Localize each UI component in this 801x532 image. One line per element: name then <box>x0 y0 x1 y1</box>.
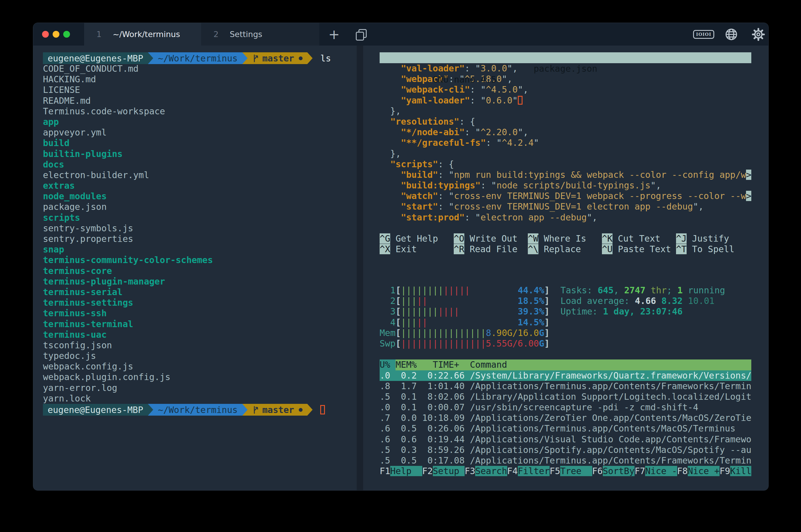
git-branch-name: master <box>262 53 294 63</box>
tab-title: ~/Work/terminus <box>113 30 180 39</box>
file-entry: README.md <box>43 96 355 106</box>
directory-entry: extras <box>43 180 355 191</box>
nano-line: "webpack-cli": "^4.5.0", <box>379 84 751 95</box>
close-button[interactable] <box>42 31 49 38</box>
directory-entry: node_modules <box>43 191 355 202</box>
powerline-arrow-icon <box>307 52 313 64</box>
shortcut-label: Cut Text <box>613 233 660 244</box>
git-branch-icon <box>252 54 259 63</box>
fkey-label: Nice + <box>688 466 720 476</box>
nano-line: "**/graceful-fs": "^4.2.4" <box>379 137 751 148</box>
file-entry: yarn.lock <box>43 393 355 404</box>
settings-gear-icon[interactable] <box>749 23 767 45</box>
line-continues-icon: > <box>746 191 751 201</box>
directory-entry: terminus-terminal <box>43 319 355 329</box>
directory-entry: terminus-settings <box>43 298 355 308</box>
nano-shortcut-row: ^G Get Help^O Write Out^W Where Is^K Cut… <box>379 233 751 244</box>
shortcut-label: Exit <box>390 244 417 254</box>
prompt-git-branch: master <box>247 52 307 64</box>
tab-settings[interactable]: 2 Settings <box>201 23 319 45</box>
directory-entry: docs <box>43 159 355 170</box>
shortcut-key: ^G <box>379 233 390 244</box>
htop-summary-line: Load average: 4.66 8.32 10.01 <box>560 296 725 306</box>
nano-line: "start:prod": "electron app --debug", <box>379 212 751 223</box>
minimize-button[interactable] <box>53 31 59 38</box>
directory-entry: terminus-ssh <box>43 308 355 319</box>
tab-work-terminus[interactable]: 1 ~/Work/terminus <box>84 23 201 45</box>
htop-meter: Swp[||||||||||||||||5.55G/6.00G] <box>379 338 751 349</box>
layers-glyph <box>356 29 366 40</box>
split-pane-icon[interactable] <box>353 23 369 45</box>
file-entry: HACKING.md <box>43 74 355 84</box>
fkey: F5 <box>549 466 560 476</box>
process-row: .5 0.1 8:02.06 /Library/Application Supp… <box>379 392 751 402</box>
fkey: F9 <box>720 466 730 476</box>
nano-titlebar: package.json GNU nano 4.5 <box>379 52 751 63</box>
file-entry: package.json <box>43 202 355 212</box>
new-tab-button[interactable]: + <box>326 23 342 45</box>
nano-line: "start": "cross-env TERMINUS_DEV=1 elect… <box>379 201 751 212</box>
maximize-button[interactable] <box>63 31 70 38</box>
file-entry: CODE_OF_CONDUCT.md <box>43 63 355 74</box>
shortcut-key: ^K <box>602 233 613 244</box>
powerline-arrow-icon <box>148 404 153 416</box>
shortcut-key: ^J <box>676 233 687 244</box>
tab-index: 2 <box>213 30 219 39</box>
globe-icon[interactable] <box>723 23 740 45</box>
fkey: F6 <box>592 466 603 476</box>
nano-cursor <box>518 96 523 104</box>
nano-shortcut: ^R Read File <box>454 244 528 254</box>
shortcut-label: Where Is <box>538 233 586 244</box>
directory-entry: snap <box>43 244 355 255</box>
nano-app-version: GNU nano 4.5 <box>422 74 497 84</box>
directory-entry: app <box>43 117 355 127</box>
terminus-app-window: 1 ~/Work/terminus 2 Settings + IOIOI <box>33 23 769 491</box>
process-row: .0 0.1 0:00.07 /usr/sbin/screencapture -… <box>379 402 751 413</box>
sort-column-header: U% <box>379 359 395 370</box>
process-row: .6 0.5 0:26.06 /Applications/Terminus.ap… <box>379 423 751 434</box>
powerline-arrow-icon <box>242 52 247 64</box>
nano-shortcut: ^K Cut Text <box>602 233 676 244</box>
file-entry: tsconfig.json <box>43 340 355 350</box>
serial-port-icon[interactable]: IOIOI <box>695 23 712 45</box>
shortcut-key: ^O <box>454 233 464 244</box>
git-branch-icon <box>252 54 259 63</box>
prompt-path: ~/Work/terminus <box>153 404 242 416</box>
process-row: .8 1.7 1:01.40 /Applications/Terminus.ap… <box>379 381 751 392</box>
fkey: F7 <box>635 466 645 476</box>
nano-shortcut: ^X Exit <box>379 244 454 254</box>
file-entry: yarn-error.log <box>43 383 355 393</box>
terminal-pane-shell[interactable]: eugene@Eugenes-MBP~/Work/terminusmasterl… <box>43 52 355 429</box>
file-entry: LICENSE <box>43 84 355 95</box>
nano-shortcut: ^U Paste Text <box>602 244 676 254</box>
shortcut-label: Get Help <box>390 233 438 244</box>
serial-badge-label: IOIOI <box>693 30 714 39</box>
prompt-path: ~/Work/terminus <box>153 52 242 64</box>
nano-line: "scripts": { <box>379 159 751 170</box>
htop-fkey-bar: F1Help F2Setup F3SearchF4FilterF5Tree F6… <box>379 466 751 476</box>
directory-entry: terminus-core <box>43 266 355 276</box>
fkey-label: Search <box>475 466 507 476</box>
directory-entry: terminus-community-color-schemes <box>43 255 355 265</box>
htop-meter: Mem[||||||||||||||||8.90G/16.0G] <box>379 328 751 338</box>
fkey-label: SortBy <box>603 466 635 476</box>
fkey-label: Nice - <box>645 466 677 476</box>
fkey-label: Kill <box>730 466 751 476</box>
nano-line: "build": "npm run build:typings && webpa… <box>379 170 751 180</box>
nano-line: "watch": "cross-env TERMINUS_DEV=1 webpa… <box>379 191 751 201</box>
directory-entry: builtin-plugins <box>43 149 355 159</box>
pane-divider[interactable] <box>357 45 363 490</box>
process-row: .0 0.2 0:22.66 /System/Library/Framework… <box>379 370 751 381</box>
shortcut-key: ^X <box>379 244 390 254</box>
terminal-pane-htop[interactable]: 1[||||||||||||| 44.4%] 2[||||| 18.5%] 3[… <box>379 285 751 479</box>
htop-meter: 4[||||| 14.5%] <box>379 317 751 328</box>
file-entry: appveyor.yml <box>43 127 355 138</box>
shortcut-key: ^T <box>676 244 687 254</box>
file-entry: electron-builder.yml <box>43 170 355 180</box>
process-row: .5 0.5 0:17.08 /Applications/Terminus.ap… <box>379 455 751 466</box>
shortcut-key: ^R <box>454 244 464 254</box>
shortcut-label: Paste Text <box>613 244 671 254</box>
terminal-pane-nano[interactable]: package.json GNU nano 4.5 "val-loader": … <box>379 52 751 285</box>
directory-entry: scripts <box>43 212 355 223</box>
globe-glyph <box>725 27 738 41</box>
